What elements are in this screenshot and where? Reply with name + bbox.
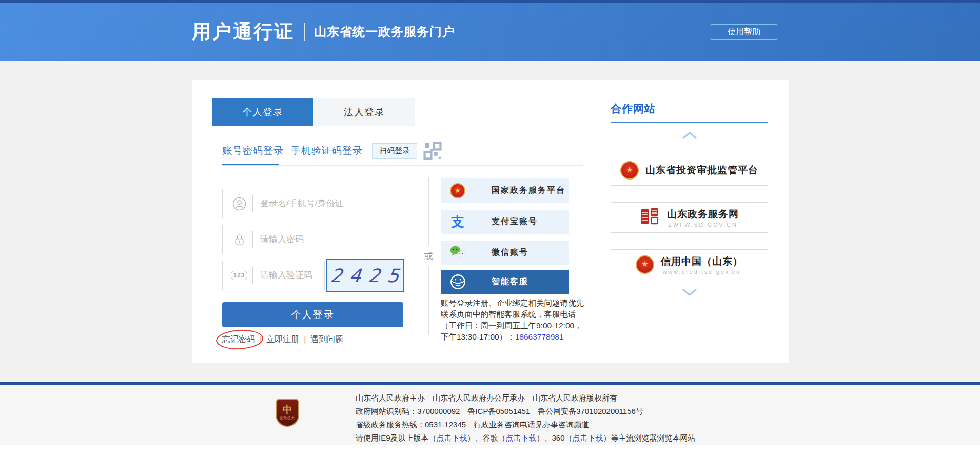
captcha-image[interactable]: 2425	[326, 259, 404, 292]
tab-personal-login[interactable]: 个人登录	[212, 98, 313, 126]
captcha-123-icon: 123	[231, 271, 247, 280]
footer-line-icp: 政府网站识别码：3700000092 鲁ICP备05051451 鲁公网安备37…	[356, 405, 696, 418]
method-sms-login[interactable]: 手机验证码登录	[291, 144, 363, 157]
help-button[interactable]: 使用帮助	[710, 24, 778, 40]
username-input[interactable]	[260, 198, 403, 209]
password-input[interactable]	[260, 234, 403, 245]
red-seal-icon	[640, 207, 660, 228]
field-separator	[252, 195, 253, 212]
ie-download-link[interactable]: 点击下载	[437, 433, 467, 442]
field-separator	[252, 231, 253, 248]
footer-line-browser: 请使用IE9及以上版本（点击下载）、谷歌（点击下载）、360（点击下载）等主流浏…	[356, 431, 696, 445]
wechat-login-button[interactable]: 微信账号	[441, 241, 569, 265]
user-icon	[231, 197, 247, 211]
header: 用户通行证 山东省统一政务服务门户 使用帮助	[0, 3, 980, 61]
national-emblem-icon: ★	[441, 183, 475, 198]
alipay-login-button[interactable]: 支 支付宝账号	[441, 210, 569, 234]
360-download-link[interactable]: 点击下载	[573, 433, 603, 442]
brand-divider	[304, 23, 305, 41]
carousel-up-button[interactable]	[611, 131, 768, 140]
link-separator: |	[260, 335, 262, 345]
partner-sites-title: 合作网站	[611, 102, 656, 116]
carousel-down-button[interactable]	[611, 288, 768, 296]
lock-icon	[231, 233, 247, 246]
partner-title-underline	[611, 122, 768, 123]
method-scan-login[interactable]: 扫码登录	[372, 143, 417, 159]
footer-line-sponsor: 山东省人民政府主办 山东省人民政府办公厅承办 山东省人民政府版权所有	[356, 391, 696, 405]
problem-link[interactable]: 遇到问题	[310, 334, 343, 345]
button-divider	[475, 246, 475, 260]
login-tabs: 个人登录 法人登录	[212, 98, 415, 126]
login-links: 忘记密码 | 立即注册 | 遇到问题	[222, 334, 343, 345]
button-divider	[475, 275, 475, 289]
or-divider: 或	[420, 177, 437, 335]
government-badge-icon: 中 党政机关	[276, 399, 299, 427]
page: 用户通行证 山东省统一政务服务门户 使用帮助 个人登录 法人登录 账号密码登录 …	[0, 0, 980, 457]
partner-card-government-service[interactable]: 山东政务服务网 ZWFW.SD.GOV.CN	[611, 202, 768, 233]
wechat-icon	[441, 245, 475, 260]
forgot-password-wrap: 忘记密码	[222, 334, 255, 345]
button-divider	[475, 184, 475, 197]
captcha-input[interactable]	[260, 270, 324, 281]
footer: 中 党政机关 山东省人民政府主办 山东省人民政府办公厅承办 山东省人民政府版权所…	[0, 385, 980, 445]
customer-service-notice: 账号登录注册、企业绑定相关问题请优先联系页面中的智能客服系统，客服电话（工作日：…	[441, 297, 589, 343]
national-emblem-icon: ★	[636, 255, 654, 274]
personal-login-button[interactable]: 个人登录	[222, 302, 403, 327]
footer-text: 山东省人民政府主办 山东省人民政府办公厅承办 山东省人民政府版权所有 政府网站识…	[356, 391, 696, 445]
or-divider-line-top	[428, 177, 429, 245]
alipay-icon: 支	[441, 213, 475, 231]
login-card: 个人登录 法人登录 账号密码登录 手机验证码登录 扫码登录	[192, 80, 789, 363]
register-link[interactable]: 立即注册	[266, 334, 299, 345]
partner-card-credit-china[interactable]: ★ 信用中国（山东） www.creditsd.gov.cn	[611, 249, 768, 280]
chrome-download-link[interactable]: 点击下载	[506, 433, 537, 442]
page-title: 用户通行证	[192, 19, 295, 45]
page-subtitle: 山东省统一政务服务门户	[314, 24, 455, 40]
smart-service-button[interactable]: 智能客服	[441, 270, 569, 294]
or-label: 或	[424, 250, 433, 262]
password-field[interactable]	[222, 225, 403, 254]
national-emblem-icon: ★	[620, 161, 639, 180]
notice-divider-line	[589, 296, 589, 340]
methods-divider-line	[222, 165, 583, 166]
qr-code-icon[interactable]	[423, 142, 442, 160]
forgot-password-link[interactable]: 忘记密码	[222, 335, 255, 344]
partner-sites-panel: 合作网站 ★ 山东省投资审批监管平台	[611, 80, 768, 363]
partner-card-investment-platform[interactable]: ★ 山东省投资审批监管平台	[611, 155, 768, 186]
captcha-value: 2425	[322, 265, 407, 286]
service-phone-link[interactable]: 18663778981	[515, 332, 564, 341]
bottom-white-strip	[0, 445, 980, 457]
captcha-field[interactable]: 123	[222, 261, 325, 290]
footer-line-hotline: 省级政务服务热线：0531-12345 行政业务咨询电话见办事咨询频道	[356, 418, 696, 431]
button-divider	[475, 215, 475, 229]
national-platform-login-button[interactable]: ★ 国家政务服务平台	[441, 178, 569, 203]
link-separator: |	[304, 335, 306, 345]
method-password-login[interactable]: 账号密码登录	[222, 144, 284, 157]
username-field[interactable]	[222, 189, 403, 218]
footer-top-bar	[0, 382, 980, 385]
field-separator	[252, 267, 253, 284]
tab-legal-login[interactable]: 法人登录	[313, 98, 415, 126]
login-methods: 账号密码登录 手机验证码登录 扫码登录	[222, 141, 442, 161]
or-divider-line-bottom	[428, 267, 429, 335]
brand: 用户通行证 山东省统一政务服务门户	[192, 3, 455, 61]
smart-service-icon	[441, 273, 475, 290]
